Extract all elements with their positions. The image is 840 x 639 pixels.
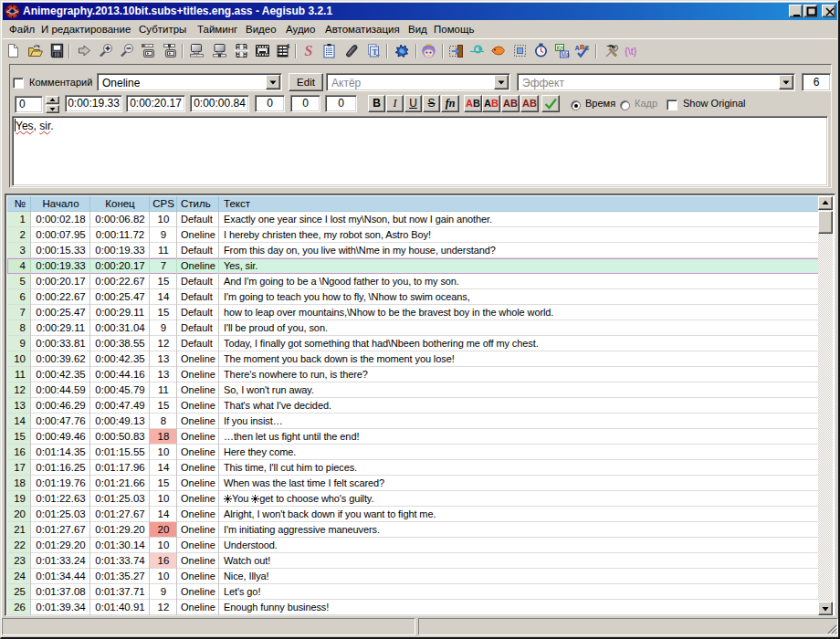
svg-text:4: 4 xyxy=(286,43,289,49)
svg-text:S: S xyxy=(304,43,312,58)
svg-text:Ma: Ma xyxy=(561,51,569,58)
svg-text:Kn: Kn xyxy=(556,45,563,51)
svg-text:{\t}: {\t} xyxy=(625,46,637,57)
